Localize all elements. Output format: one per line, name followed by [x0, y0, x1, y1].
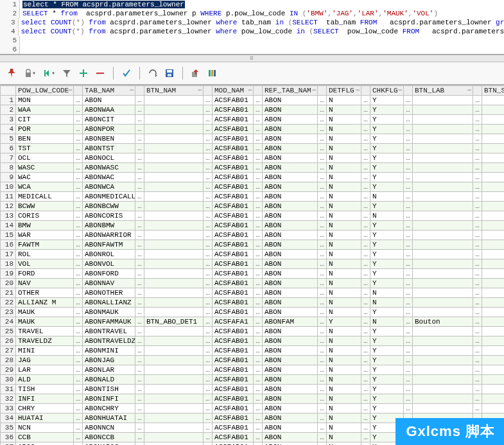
cell[interactable]: N — [327, 115, 361, 125]
cell[interactable] — [413, 96, 473, 105]
cell[interactable] — [413, 163, 473, 173]
table-row[interactable]: 28JAG…ABONJAG……ACSFAB01…ABON…N…Y……… — [1, 356, 505, 365]
cell[interactable]: ABON — [263, 125, 318, 134]
cell[interactable]: ACSFAB01 — [213, 163, 254, 173]
cell[interactable]: N — [327, 125, 361, 134]
cell-ellipsis-icon[interactable]: … — [318, 202, 327, 211]
cell-ellipsis-icon[interactable]: … — [361, 394, 370, 404]
cell[interactable]: ABONPOR — [83, 125, 135, 134]
cell-ellipsis-icon[interactable]: … — [404, 182, 413, 192]
cell[interactable] — [144, 269, 204, 279]
cell[interactable]: ABONHUATAI — [83, 414, 135, 423]
cell-ellipsis-icon[interactable]: … — [254, 356, 263, 365]
cell[interactable]: Y — [370, 153, 404, 163]
cell[interactable]: ABONNAV — [83, 279, 135, 288]
cell[interactable]: ACSFAB01 — [213, 385, 254, 394]
table-row[interactable]: 6TST…ABONTST……ACSFAB01…ABON…N…Y……… — [1, 144, 505, 153]
cell-ellipsis-icon[interactable]: … — [361, 211, 370, 221]
cell-ellipsis-icon[interactable]: … — [204, 134, 213, 144]
cell-ellipsis-icon[interactable]: … — [473, 356, 482, 365]
cell-ellipsis-icon[interactable]: … — [254, 144, 263, 153]
cell[interactable]: Y — [370, 269, 404, 279]
cell-ellipsis-icon[interactable]: … — [204, 153, 213, 163]
cell-ellipsis-icon[interactable]: … — [204, 394, 213, 404]
cell[interactable]: N — [327, 211, 361, 221]
cell-ellipsis-icon[interactable]: … — [361, 163, 370, 173]
cell[interactable]: ACSFAB01 — [213, 327, 254, 336]
column-resize-handle[interactable] — [204, 86, 213, 96]
cell[interactable]: ABONABOC — [83, 442, 135, 446]
cell-ellipsis-icon[interactable]: … — [318, 269, 327, 279]
editor-line[interactable]: 2SELECT * from acsprd.parameters_lowner … — [0, 9, 504, 18]
cell-ellipsis-icon[interactable]: … — [74, 394, 83, 404]
cell[interactable] — [413, 144, 473, 153]
cell[interactable]: ABONINFI — [83, 394, 135, 404]
cell-ellipsis-icon[interactable]: … — [473, 105, 482, 115]
cell[interactable]: TRAVELDZ — [16, 336, 74, 346]
cell-ellipsis-icon[interactable]: … — [361, 308, 370, 317]
cell-ellipsis-icon[interactable]: … — [473, 259, 482, 269]
cell[interactable]: NAV — [16, 279, 74, 288]
cell[interactable]: ABONFAMMAUK — [83, 317, 135, 327]
cell[interactable] — [413, 250, 473, 259]
cell[interactable]: Y — [327, 317, 361, 327]
cell[interactable]: N — [327, 192, 361, 202]
cell[interactable]: ACSFAB01 — [213, 182, 254, 192]
cell-ellipsis-icon[interactable]: … — [254, 221, 263, 231]
cell-ellipsis-icon[interactable]: … — [254, 240, 263, 250]
nav-first-button[interactable]: ▾ — [40, 66, 58, 80]
cell[interactable]: ACSFAB01 — [213, 153, 254, 163]
cell-ellipsis-icon[interactable]: … — [473, 202, 482, 211]
cell-ellipsis-icon[interactable]: … — [135, 240, 144, 250]
table-row[interactable]: 30ALD…ABONALD……ACSFAB01…ABON…N…Y……… — [1, 375, 505, 385]
cell-ellipsis-icon[interactable]: … — [404, 327, 413, 336]
cell-ellipsis-icon[interactable]: … — [135, 96, 144, 105]
cell-ellipsis-icon[interactable]: … — [361, 173, 370, 182]
cell[interactable]: ACSFAB01 — [213, 240, 254, 250]
cell[interactable]: ABON — [263, 134, 318, 144]
cell-ellipsis-icon[interactable]: … — [473, 327, 482, 336]
cell[interactable] — [144, 173, 204, 182]
cell-ellipsis-icon[interactable]: … — [473, 394, 482, 404]
cell[interactable]: ABON — [263, 153, 318, 163]
cell[interactable]: ACSFAB01 — [213, 356, 254, 365]
cell[interactable]: N — [327, 433, 361, 442]
cell[interactable] — [482, 288, 505, 298]
cell-ellipsis-icon[interactable]: … — [473, 221, 482, 231]
cell-ellipsis-icon[interactable]: … — [473, 250, 482, 259]
cell-ellipsis-icon[interactable]: … — [204, 211, 213, 221]
column-resize-handle[interactable] — [473, 86, 482, 96]
cell-ellipsis-icon[interactable]: … — [318, 346, 327, 356]
cell-ellipsis-icon[interactable]: … — [404, 298, 413, 308]
cell[interactable] — [144, 96, 204, 105]
cell[interactable] — [482, 250, 505, 259]
cell[interactable] — [482, 356, 505, 365]
plus-button[interactable] — [76, 66, 91, 80]
cell[interactable] — [482, 308, 505, 317]
cell-ellipsis-icon[interactable]: … — [135, 192, 144, 202]
cell-ellipsis-icon[interactable]: … — [254, 250, 263, 259]
cell[interactable]: ABONJAG — [83, 356, 135, 365]
cell[interactable]: ABONFAWTM — [83, 240, 135, 250]
cell[interactable]: ABON — [263, 269, 318, 279]
cell-ellipsis-icon[interactable]: … — [361, 96, 370, 105]
cell[interactable]: ABONALLIANZ — [83, 298, 135, 308]
cell[interactable] — [413, 202, 473, 211]
cell[interactable]: N — [327, 336, 361, 346]
cell-ellipsis-icon[interactable]: … — [404, 269, 413, 279]
cell[interactable] — [413, 182, 473, 192]
cell-ellipsis-icon[interactable]: … — [318, 221, 327, 231]
cell[interactable]: OCL — [16, 153, 74, 163]
cell[interactable]: OTHER — [16, 288, 74, 298]
cell-ellipsis-icon[interactable]: … — [204, 173, 213, 182]
cell[interactable]: ABON — [263, 346, 318, 356]
cell[interactable]: N — [327, 221, 361, 231]
cell[interactable]: JAG — [16, 356, 74, 365]
cell-ellipsis-icon[interactable]: … — [473, 298, 482, 308]
cell-ellipsis-icon[interactable]: … — [74, 423, 83, 433]
cell-ellipsis-icon[interactable]: … — [318, 163, 327, 173]
cell[interactable]: ACSFAB01 — [213, 105, 254, 115]
cell[interactable] — [413, 404, 473, 414]
cell-ellipsis-icon[interactable]: … — [74, 365, 83, 375]
cell[interactable] — [144, 365, 204, 375]
